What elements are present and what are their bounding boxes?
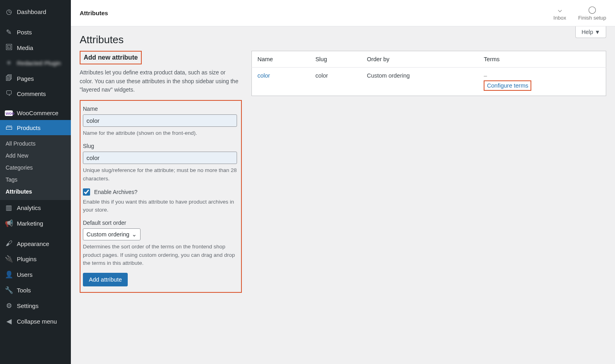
- pin-icon: ✎: [5, 28, 13, 36]
- sidebar-item-analytics[interactable]: ▥ Analytics: [0, 200, 71, 216]
- th-order: Order by: [361, 51, 478, 68]
- attributes-table-panel: Name Slug Order by Terms color color Cus…: [251, 51, 606, 96]
- sidebar-item-pages[interactable]: 🗐 Pages: [0, 71, 71, 86]
- add-attribute-button[interactable]: Add attribute: [83, 273, 128, 286]
- sidebar-label: Tools: [17, 287, 31, 294]
- analytics-icon: ▥: [5, 204, 13, 212]
- comments-icon: 🗨: [5, 90, 13, 98]
- sidebar-item-settings[interactable]: ⚙ Settings: [0, 298, 71, 314]
- chevron-down-icon: ▼: [595, 29, 600, 35]
- sidebar-label: Marketing: [17, 220, 43, 227]
- sidebar-label: Media: [17, 44, 33, 51]
- sidebar-item-users[interactable]: 👤 Users: [0, 267, 71, 282]
- breadcrumb: Attributes: [80, 10, 108, 16]
- admin-sidebar: ◷ Dashboard ✎ Posts 🞖 Media ✦ Redacted P…: [0, 0, 71, 364]
- sidebar-label: Plugins: [17, 256, 36, 262]
- users-icon: 👤: [5, 270, 13, 279]
- sort-field-group: Default sort order Custom ordering ⌄ Det…: [83, 220, 237, 267]
- submenu-categories[interactable]: Categories: [0, 162, 71, 174]
- dashboard-icon: ◷: [5, 8, 13, 16]
- configure-terms-highlight: Configure terms: [484, 80, 531, 91]
- name-input[interactable]: [83, 114, 237, 127]
- inbox-button[interactable]: ⌵ Inbox: [553, 5, 566, 21]
- help-tab[interactable]: Help ▼: [575, 26, 606, 38]
- sidebar-item-media[interactable]: 🞖 Media: [0, 40, 71, 55]
- media-icon: 🞖: [5, 44, 13, 52]
- pages-icon: 🗐: [5, 74, 13, 82]
- sidebar-item-products[interactable]: 🗃 Products: [0, 120, 71, 135]
- sidebar-label: Comments: [17, 90, 46, 97]
- slug-input[interactable]: [83, 152, 237, 164]
- plugin-icon: ✦: [5, 59, 13, 67]
- sidebar-label: Posts: [17, 29, 32, 36]
- sidebar-label: Pages: [17, 75, 34, 82]
- sort-value: Custom ordering: [86, 231, 129, 238]
- th-terms: Terms: [478, 51, 606, 68]
- sidebar-label: WooCommerce: [17, 110, 58, 116]
- circle-icon: ◯: [588, 5, 596, 14]
- sidebar-item-collapse[interactable]: ◀ Collapse menu: [0, 314, 71, 329]
- row-order: Custom ordering: [361, 68, 478, 96]
- table-header-row: Name Slug Order by Terms: [252, 51, 606, 68]
- row-slug: color: [310, 68, 361, 96]
- inbox-label: Inbox: [553, 15, 566, 21]
- sidebar-item-dashboard[interactable]: ◷ Dashboard: [0, 4, 71, 20]
- th-slug: Slug: [310, 51, 361, 68]
- submenu-attributes[interactable]: Attributes: [0, 186, 71, 198]
- sidebar-label: Dashboard: [17, 8, 46, 15]
- products-icon: 🗃: [5, 124, 13, 132]
- plugins-icon: 🔌: [5, 255, 13, 263]
- woo-icon: woo: [5, 110, 13, 116]
- page-title: Attributes: [71, 26, 615, 47]
- sidebar-label: Products: [17, 124, 40, 131]
- submenu-all-products[interactable]: All Products: [0, 138, 71, 150]
- sidebar-label: Appearance: [17, 240, 49, 247]
- sidebar-item-redacted[interactable]: ✦ Redacted Plugin: [0, 55, 71, 71]
- sort-help: Determines the sort order of the terms o…: [83, 243, 237, 267]
- marketing-icon: 📢: [5, 219, 13, 228]
- submenu-add-new[interactable]: Add New: [0, 150, 71, 162]
- sidebar-label: Settings: [17, 302, 38, 309]
- archives-field-group: Enable Archives? Enable this if you want…: [83, 188, 237, 214]
- archives-label: Enable Archives?: [94, 189, 137, 195]
- intro-text: Attributes let you define extra product …: [80, 68, 240, 94]
- form-highlight-box: Name Name for the attribute (shown on th…: [80, 100, 242, 293]
- help-label: Help: [581, 29, 593, 35]
- terms-dash: –: [484, 72, 487, 79]
- row-terms-cell: – Configure terms: [478, 68, 606, 96]
- main-area: Attributes ⌵ Inbox ◯ Finish setup Help ▼…: [71, 0, 615, 364]
- sidebar-label: Redacted Plugin: [17, 60, 61, 66]
- slug-help: Unique slug/reference for the attribute;…: [83, 166, 237, 183]
- topbar: Attributes ⌵ Inbox ◯ Finish setup: [71, 0, 615, 26]
- configure-terms-link[interactable]: Configure terms: [487, 82, 528, 89]
- sidebar-item-posts[interactable]: ✎ Posts: [0, 24, 71, 40]
- finish-setup-button[interactable]: ◯ Finish setup: [578, 5, 606, 21]
- sidebar-item-marketing[interactable]: 📢 Marketing: [0, 216, 71, 231]
- products-submenu: All Products Add New Categories Tags Att…: [0, 135, 71, 200]
- sort-select[interactable]: Custom ordering ⌄: [83, 228, 141, 240]
- sidebar-label: Users: [17, 271, 32, 278]
- sidebar-label: Analytics: [17, 204, 41, 211]
- sidebar-item-woocommerce[interactable]: woo WooCommerce: [0, 106, 71, 120]
- sidebar-item-tools[interactable]: 🔧 Tools: [0, 282, 71, 298]
- archives-checkbox[interactable]: [83, 188, 90, 196]
- submenu-tags[interactable]: Tags: [0, 174, 71, 186]
- table-row: color color Custom ordering – Configure …: [252, 68, 606, 96]
- add-attribute-panel: Add new attribute Attributes let you def…: [80, 51, 242, 293]
- sidebar-item-appearance[interactable]: 🖌 Appearance: [0, 236, 71, 251]
- sidebar-label: Collapse menu: [17, 318, 57, 325]
- slug-field-group: Slug Unique slug/reference for the attri…: [83, 143, 237, 183]
- th-name: Name: [252, 51, 310, 68]
- finish-setup-label: Finish setup: [578, 15, 606, 21]
- chevron-down-icon: ⌄: [132, 231, 137, 238]
- slug-label: Slug: [83, 143, 237, 149]
- name-label: Name: [83, 106, 237, 112]
- section-heading: Add new attribute: [84, 54, 138, 61]
- row-name-link[interactable]: color: [257, 72, 270, 79]
- collapse-icon: ◀: [5, 317, 13, 326]
- settings-icon: ⚙: [5, 302, 13, 310]
- name-field-group: Name Name for the attribute (shown on th…: [83, 106, 237, 137]
- inbox-icon: ⌵: [558, 5, 562, 14]
- sidebar-item-comments[interactable]: 🗨 Comments: [0, 86, 71, 101]
- sidebar-item-plugins[interactable]: 🔌 Plugins: [0, 251, 71, 267]
